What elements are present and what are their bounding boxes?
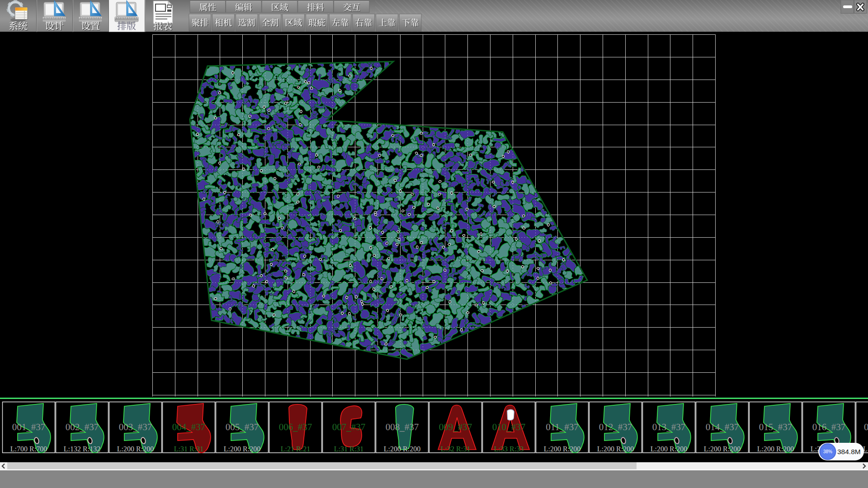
svg-text:L:200 R:200: L:200 R:200 — [757, 445, 794, 453]
svg-text:007_#37: 007_#37 — [332, 422, 366, 432]
svg-text:38%: 38% — [823, 449, 832, 454]
svg-text:L:200 R:200: L:200 R:200 — [597, 445, 634, 453]
svg-text:L:700 R:700: L:700 R:700 — [10, 445, 47, 453]
svg-text:002_#37: 002_#37 — [66, 422, 99, 432]
svg-text:012_#37: 012_#37 — [599, 422, 632, 432]
svg-text:006_#37: 006_#37 — [279, 422, 312, 432]
svg-text:L:31 R:31: L:31 R:31 — [174, 445, 203, 453]
svg-text:L:21 R:21: L:21 R:21 — [281, 445, 310, 453]
svg-text:L:200 R:200: L:200 R:200 — [384, 445, 420, 453]
svg-text:L:32 R:31: L:32 R:31 — [441, 445, 470, 453]
svg-text:384.8M: 384.8M — [837, 448, 861, 455]
svg-text:009_#37: 009_#37 — [439, 422, 472, 432]
svg-text:010_#37: 010_#37 — [492, 422, 526, 432]
svg-text:013_#37: 013_#37 — [652, 422, 686, 432]
svg-text:L:200 R:200: L:200 R:200 — [544, 445, 580, 453]
svg-text:L:200 R:200: L:200 R:200 — [224, 445, 260, 453]
svg-text:L:200 R:200: L:200 R:200 — [117, 445, 154, 453]
svg-text:L:33 R:33: L:33 R:33 — [494, 445, 524, 453]
svg-text:L:132 R:132: L:132 R:132 — [64, 445, 100, 453]
svg-text:005_#37: 005_#37 — [226, 422, 259, 432]
svg-text:008_#37: 008_#37 — [386, 422, 419, 432]
svg-text:015_#37: 015_#37 — [759, 422, 793, 432]
svg-text:0: 0 — [864, 422, 868, 432]
svg-text:014_#37: 014_#37 — [706, 422, 739, 432]
svg-text:004_#37: 004_#37 — [172, 422, 206, 432]
svg-text:L:31 R:31: L:31 R:31 — [334, 445, 363, 453]
svg-text:016_#37: 016_#37 — [812, 422, 846, 432]
svg-text:L:200 R:200: L:200 R:200 — [651, 445, 687, 453]
svg-text:L:200 R:200: L:200 R:200 — [704, 445, 741, 453]
svg-text:003_#37: 003_#37 — [119, 422, 152, 432]
svg-text:011_#37: 011_#37 — [546, 422, 579, 432]
svg-text:001_#37: 001_#37 — [12, 422, 46, 432]
